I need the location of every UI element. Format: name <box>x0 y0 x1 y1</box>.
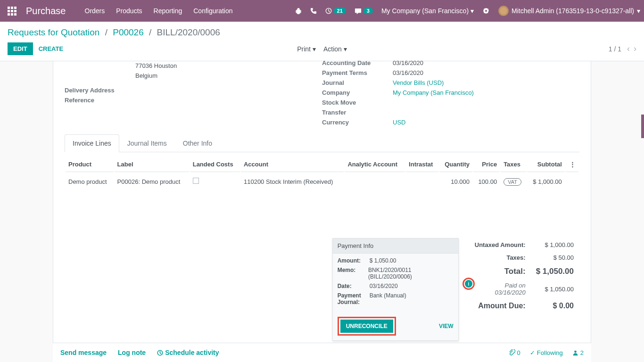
th-subtotal[interactable]: Subtotal <box>527 157 565 172</box>
th-account[interactable]: Account <box>241 157 344 172</box>
app-title[interactable]: Purchase <box>26 6 66 16</box>
view-button[interactable]: VIEW <box>439 323 454 329</box>
attachments-button[interactable]: 0 <box>509 349 520 356</box>
value-accounting-date: 03/16/2020 <box>393 59 423 66</box>
table-row[interactable]: Demo product P00026: Demo product 110200… <box>66 173 578 190</box>
user-menu[interactable]: Mitchell Admin (1763519-13-0-c91327-all)… <box>498 6 640 16</box>
th-label[interactable]: Label <box>115 157 189 172</box>
paperclip-icon <box>509 349 515 356</box>
value-payment-terms: 03/16/2020 <box>393 69 423 76</box>
breadcrumb-sep: / <box>105 27 107 37</box>
bug-icon[interactable] <box>295 8 302 14</box>
taxes-label: Taxes: <box>469 252 530 263</box>
clock-icon <box>157 350 163 356</box>
cell-analytic <box>345 173 405 190</box>
label-transfer: Transfer <box>322 109 393 116</box>
tab-other-info[interactable]: Other Info <box>175 134 220 152</box>
th-product[interactable]: Product <box>66 157 114 172</box>
th-taxes[interactable]: Taxes <box>501 157 526 172</box>
send-message-button[interactable]: Send message <box>60 349 107 356</box>
value-company[interactable]: My Company (San Francisco) <box>393 89 474 96</box>
payment-info-popup: Payment Info Amount: $ 1,050.00 Memo: BN… <box>332 238 459 341</box>
apps-icon[interactable] <box>8 7 17 16</box>
svg-point-2 <box>574 350 577 353</box>
label-delivery-address: Delivery Address <box>65 87 135 94</box>
activities-badge: 21 <box>334 8 346 14</box>
nav-menu: Orders Products Reporting Configuration <box>85 7 295 15</box>
log-note-button[interactable]: Log note <box>118 349 146 356</box>
schedule-activity-button[interactable]: Schedule activity <box>157 349 219 356</box>
cell-label: P00026: Demo product <box>115 173 189 190</box>
following-button[interactable]: ✓ Following <box>530 349 563 356</box>
pager-prev[interactable]: ‹ <box>627 44 630 54</box>
tab-invoice-lines[interactable]: Invoice Lines <box>65 134 119 152</box>
info-icon[interactable]: i <box>465 280 472 288</box>
th-quantity[interactable]: Quantity <box>439 157 472 172</box>
pi-date-value: 03/16/2020 <box>370 283 398 289</box>
nav-reporting[interactable]: Reporting <box>154 7 182 15</box>
th-analytic[interactable]: Analytic Account <box>345 157 405 172</box>
landed-costs-checkbox[interactable] <box>193 178 199 184</box>
create-button[interactable]: CREATE <box>39 45 63 52</box>
taxes-value: $ 50.00 <box>531 252 578 263</box>
unreconcile-button[interactable]: UNRECONCILE <box>340 320 393 333</box>
th-price[interactable]: Price <box>473 157 500 172</box>
label-reference: Reference <box>65 97 135 104</box>
control-bar: Requests for Quotation / P00026 / BILL/2… <box>0 22 644 61</box>
pi-journal-value: Bank (Manual) <box>370 292 406 305</box>
nav-icons: 21 3 My Company (San Francisco) ▾ Mitche… <box>295 6 640 16</box>
edit-button[interactable]: EDIT <box>8 42 33 55</box>
caret-down-icon: ▾ <box>637 7 640 15</box>
label-company: Company <box>322 89 393 96</box>
check-icon: ✓ <box>530 349 535 356</box>
untaxed-value: $ 1,000.00 <box>531 239 578 251</box>
value-journal[interactable]: Vendor Bills (USD) <box>393 79 444 86</box>
payment-info-title: Payment Info <box>333 239 458 254</box>
due-value: $ 0.00 <box>531 299 578 313</box>
totals-area: Payment Info Amount: $ 1,050.00 Memo: BN… <box>65 238 579 341</box>
untaxed-label: Untaxed Amount: <box>469 239 530 251</box>
nav-orders[interactable]: Orders <box>85 7 105 15</box>
followers-button[interactable]: 2 <box>572 349 584 356</box>
cell-subtotal: $ 1,000.00 <box>527 173 565 190</box>
cell-price: 100.00 <box>473 173 500 190</box>
pi-amount-label: Amount: <box>338 257 370 264</box>
paid-value: $ 1,050.00 <box>531 280 578 298</box>
pi-memo-value: BNK1/2020/0011 (BILL/2020/0006) <box>368 267 454 280</box>
value-currency[interactable]: USD <box>393 119 405 126</box>
user-icon <box>572 350 578 356</box>
pi-memo-label: Memo: <box>338 267 368 280</box>
scroll-indicator[interactable] <box>641 115 644 138</box>
th-landed[interactable]: Landed Costs <box>190 157 240 172</box>
pager-next[interactable]: › <box>634 44 636 54</box>
pi-journal-label: Payment Journal: <box>338 292 370 305</box>
print-dropdown[interactable]: Print ▾ <box>297 45 316 53</box>
tab-journal-items[interactable]: Journal Items <box>119 134 175 152</box>
th-intrastat[interactable]: Intrastat <box>406 157 438 172</box>
total-value: $ 1,050.00 <box>531 264 578 279</box>
messages-icon[interactable]: 3 <box>355 8 373 15</box>
column-menu-icon[interactable]: ⋮ <box>566 157 578 172</box>
breadcrumb-current: BILL/2020/0006 <box>157 27 220 37</box>
phone-icon[interactable] <box>310 8 317 14</box>
cell-intrastat <box>406 173 438 190</box>
totals-table: Untaxed Amount: $ 1,000.00 Taxes: $ 50.0… <box>468 238 579 313</box>
company-name: My Company (San Francisco) <box>381 7 469 15</box>
form-sheet: 77036 Houston Belgium Delivery Address R… <box>53 61 591 353</box>
label-stock-move: Stock Move <box>322 99 393 106</box>
breadcrumb-root[interactable]: Requests for Quotation <box>8 27 99 37</box>
caret-down-icon: ▾ <box>313 45 316 53</box>
nav-products[interactable]: Products <box>116 7 142 15</box>
highlight-circle: i <box>462 278 475 290</box>
vendor-address: 77036 Houston Belgium <box>135 61 313 81</box>
breadcrumb-parent[interactable]: P00026 <box>113 27 144 37</box>
cell-quantity: 10.000 <box>439 173 472 190</box>
nav-configuration[interactable]: Configuration <box>193 7 232 15</box>
total-label: Total: <box>469 264 530 279</box>
company-selector[interactable]: My Company (San Francisco) ▾ <box>381 7 474 15</box>
action-dropdown[interactable]: Action ▾ <box>323 45 347 53</box>
chatter-bar: Send message Log note Schedule activity … <box>53 343 591 362</box>
highlight-box: UNRECONCILE <box>338 317 396 336</box>
activities-icon[interactable]: 21 <box>325 8 346 14</box>
debug-icon[interactable] <box>482 7 490 15</box>
